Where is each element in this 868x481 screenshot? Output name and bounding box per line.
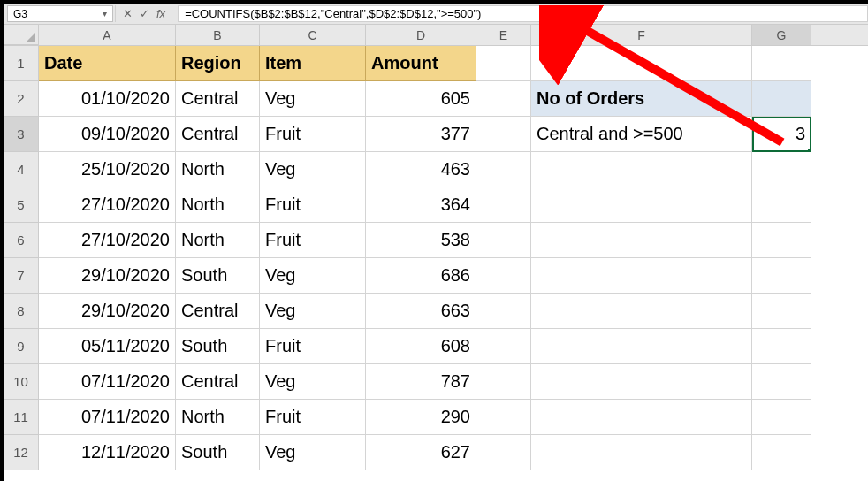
col-header-C[interactable]: C xyxy=(260,25,366,45)
cell-E12[interactable] xyxy=(476,435,531,470)
cell-G8[interactable] xyxy=(752,294,811,329)
cell-F11[interactable] xyxy=(531,400,752,435)
cell-E5[interactable] xyxy=(476,187,531,223)
cell-E3[interactable] xyxy=(476,117,531,152)
col-header-F[interactable]: F xyxy=(531,25,752,45)
cell-C5[interactable]: Fruit xyxy=(260,187,366,223)
cell-C9[interactable]: Fruit xyxy=(260,329,366,364)
cell-B8[interactable]: Central xyxy=(176,294,260,329)
row-header-3[interactable]: 3 xyxy=(4,117,39,152)
cell-F3[interactable]: Central and >=500 xyxy=(531,117,752,152)
cell-F5[interactable] xyxy=(531,187,752,223)
col-header-D[interactable]: D xyxy=(366,25,476,45)
cell-D5[interactable]: 364 xyxy=(366,187,476,223)
cell-G1[interactable] xyxy=(752,46,811,81)
cell-B2[interactable]: Central xyxy=(176,81,260,117)
formula-input[interactable]: =COUNTIFS($B$2:$B$12,"Central",$D$2:$D$1… xyxy=(179,5,868,22)
cell-G12[interactable] xyxy=(752,435,811,470)
cell-F1[interactable] xyxy=(531,46,752,81)
cell-B10[interactable]: Central xyxy=(176,364,260,400)
row-header-10[interactable]: 10 xyxy=(4,364,39,400)
cell-F12[interactable] xyxy=(531,435,752,470)
cell-B11[interactable]: North xyxy=(176,400,260,435)
select-all-corner[interactable] xyxy=(4,25,39,45)
row-header-1[interactable]: 1 xyxy=(4,46,39,81)
cell-A7[interactable]: 29/10/2020 xyxy=(39,258,176,294)
cell-A11[interactable]: 07/11/2020 xyxy=(39,400,176,435)
cell-G7[interactable] xyxy=(752,258,811,294)
cell-E10[interactable] xyxy=(476,364,531,400)
cell-C12[interactable]: Veg xyxy=(260,435,366,470)
cell-D8[interactable]: 663 xyxy=(366,294,476,329)
cell-C2[interactable]: Veg xyxy=(260,81,366,117)
cell-B5[interactable]: North xyxy=(176,187,260,223)
cell-F7[interactable] xyxy=(531,258,752,294)
cell-B9[interactable]: South xyxy=(176,329,260,364)
cell-A4[interactable]: 25/10/2020 xyxy=(39,152,176,187)
cell-F9[interactable] xyxy=(531,329,752,364)
cell-F2[interactable]: No of Orders xyxy=(531,81,752,117)
cell-E2[interactable] xyxy=(476,81,531,117)
cell-F8[interactable] xyxy=(531,294,752,329)
cell-F10[interactable] xyxy=(531,364,752,400)
row-header-5[interactable]: 5 xyxy=(4,187,39,223)
cell-A5[interactable]: 27/10/2020 xyxy=(39,187,176,223)
cell-E9[interactable] xyxy=(476,329,531,364)
cell-C4[interactable]: Veg xyxy=(260,152,366,187)
col-header-G[interactable]: G xyxy=(752,25,811,45)
cell-B6[interactable]: North xyxy=(176,223,260,258)
name-box[interactable]: G3 ▾ xyxy=(7,5,113,22)
cell-D12[interactable]: 627 xyxy=(366,435,476,470)
cell-E1[interactable] xyxy=(476,46,531,81)
cell-A8[interactable]: 29/10/2020 xyxy=(39,294,176,329)
cell-B3[interactable]: Central xyxy=(176,117,260,152)
row-header-2[interactable]: 2 xyxy=(4,81,39,117)
cell-E4[interactable] xyxy=(476,152,531,187)
enter-icon[interactable]: ✓ xyxy=(140,8,149,19)
chevron-down-icon[interactable]: ▾ xyxy=(103,9,107,19)
col-header-E[interactable]: E xyxy=(476,25,531,45)
col-header-B[interactable]: B xyxy=(176,25,260,45)
cell-G5[interactable] xyxy=(752,187,811,223)
cell-C1[interactable]: Item xyxy=(260,46,366,81)
cell-A1[interactable]: Date xyxy=(39,46,176,81)
cell-G11[interactable] xyxy=(752,400,811,435)
cell-C6[interactable]: Fruit xyxy=(260,223,366,258)
cell-E8[interactable] xyxy=(476,294,531,329)
cell-A6[interactable]: 27/10/2020 xyxy=(39,223,176,258)
cell-B7[interactable]: South xyxy=(176,258,260,294)
col-header-A[interactable]: A xyxy=(39,25,176,45)
cell-C8[interactable]: Veg xyxy=(260,294,366,329)
cell-D2[interactable]: 605 xyxy=(366,81,476,117)
cell-D6[interactable]: 538 xyxy=(366,223,476,258)
cell-B1[interactable]: Region xyxy=(176,46,260,81)
cell-F4[interactable] xyxy=(531,152,752,187)
cell-E7[interactable] xyxy=(476,258,531,294)
cell-G4[interactable] xyxy=(752,152,811,187)
cell-E11[interactable] xyxy=(476,400,531,435)
fx-icon[interactable]: fx xyxy=(156,8,165,19)
cell-G6[interactable] xyxy=(752,223,811,258)
row-header-6[interactable]: 6 xyxy=(4,223,39,258)
cell-B4[interactable]: North xyxy=(176,152,260,187)
cell-C7[interactable]: Veg xyxy=(260,258,366,294)
row-header-8[interactable]: 8 xyxy=(4,294,39,329)
cell-A9[interactable]: 05/11/2020 xyxy=(39,329,176,364)
cell-C3[interactable]: Fruit xyxy=(260,117,366,152)
cell-G3[interactable]: 3 xyxy=(752,117,811,152)
cell-C10[interactable]: Veg xyxy=(260,364,366,400)
cell-D3[interactable]: 377 xyxy=(366,117,476,152)
row-header-9[interactable]: 9 xyxy=(4,329,39,364)
row-header-7[interactable]: 7 xyxy=(4,258,39,294)
cell-A3[interactable]: 09/10/2020 xyxy=(39,117,176,152)
cell-D4[interactable]: 463 xyxy=(366,152,476,187)
row-header-12[interactable]: 12 xyxy=(4,435,39,470)
row-header-11[interactable]: 11 xyxy=(4,400,39,435)
cell-B12[interactable]: South xyxy=(176,435,260,470)
cell-G2[interactable] xyxy=(752,81,811,117)
cell-A12[interactable]: 12/11/2020 xyxy=(39,435,176,470)
cell-E6[interactable] xyxy=(476,223,531,258)
cell-A2[interactable]: 01/10/2020 xyxy=(39,81,176,117)
cell-D1[interactable]: Amount xyxy=(366,46,476,81)
cell-F6[interactable] xyxy=(531,223,752,258)
